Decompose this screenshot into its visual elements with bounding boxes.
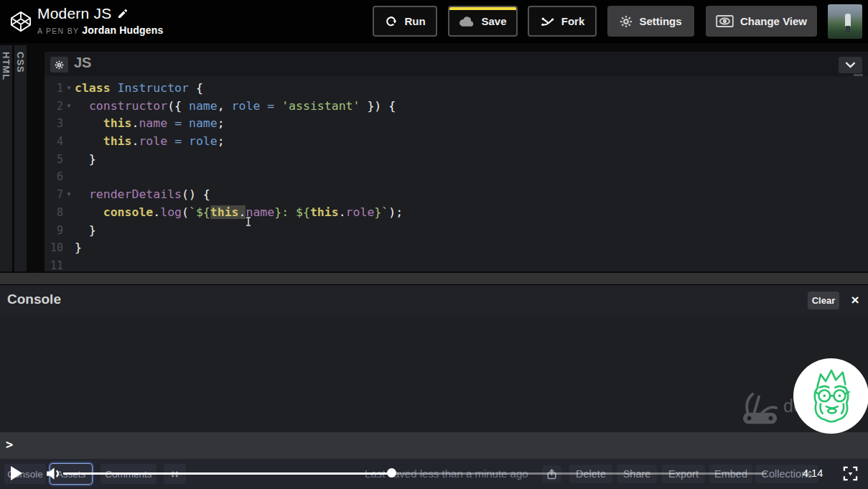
html-tab-label: HTML [1,52,11,80]
code-line[interactable]: 1▼class Instructor { [45,80,868,98]
code-text: console.log(`${this.name}: ${this.role}`… [75,204,403,222]
seek-scrubber-handle[interactable] [387,468,396,478]
line-number: 9 [45,222,63,240]
js-code-editor[interactable]: 1▼class Instructor {2▼ constructor({ nam… [45,76,868,271]
fold-spacer [63,151,75,169]
fold-spacer [63,257,75,271]
seek-progress-fill [63,472,391,475]
tab-css-collapsed[interactable]: CSS [14,45,27,271]
console-command-row[interactable]: > [0,432,868,459]
mouse-text-cursor [248,217,249,226]
console-clear-button[interactable]: Clear [808,292,839,309]
console-log-area: de [0,317,868,432]
avatar-person-figure [845,14,851,27]
code-line[interactable]: 3 this.name = name; [45,115,868,133]
code-text: this.name = name; [75,115,225,133]
fold-spacer [63,204,75,222]
code-line[interactable]: 2▼ constructor({ name, role = 'assistant… [45,98,868,116]
js-settings-button[interactable] [50,57,68,73]
eye-view-icon [716,15,734,27]
run-button[interactable]: Run [373,6,437,37]
save-cloud-icon [459,16,475,27]
close-icon: × [851,292,859,308]
js-collapse-button[interactable] [839,57,862,73]
codepen-app: Modern JS A PEN BYJordan Hudgens Run Sav… [0,0,868,489]
code-line[interactable]: 8 console.log(`${this.name}: ${this.role… [45,204,868,222]
fold-spacer [63,222,75,240]
gear-icon [620,15,633,28]
unsaved-accent-bar [449,7,516,10]
chevron-down-icon [845,62,856,68]
js-gear-icon [55,60,64,70]
code-line[interactable]: 7▼ renderDetails() { [45,186,868,204]
change-view-label: Change View [740,15,807,27]
line-number: 5 [45,151,63,169]
js-panel-header: JS [45,52,868,76]
line-number: 2 [45,98,63,116]
volume-icon[interactable] [45,465,62,483]
line-number: 3 [45,115,63,133]
cartoon-face-icon [800,365,863,428]
fork-icon [540,15,555,27]
code-text: } [75,239,82,257]
code-text: renderDetails() { [75,186,210,204]
settings-label: Settings [639,15,681,27]
line-number: 6 [45,168,63,186]
play-button[interactable] [11,466,22,480]
pen-title: Modern JS [37,5,111,22]
code-text: class Instructor { [75,80,203,98]
code-text: constructor({ name, role = 'assistant' }… [75,98,396,116]
line-number: 1 [45,80,63,98]
codepen-logo-icon[interactable] [10,11,32,32]
presenter-avatar-bubble[interactable] [793,358,868,434]
line-number: 10 [45,239,63,257]
code-line[interactable]: 10} [45,239,868,257]
author-link[interactable]: Jordan Hudgens [82,24,163,36]
fork-button[interactable]: Fork [528,6,597,37]
tab-html-collapsed[interactable]: HTML [0,45,12,271]
fold-arrow-icon[interactable]: ▼ [63,186,75,204]
code-line[interactable]: 5 } [45,151,868,169]
line-number: 7 [45,186,63,204]
css-tab-label: CSS [15,52,26,73]
fold-arrow-icon[interactable]: ▼ [63,80,75,98]
line-number: 11 [45,257,63,271]
playback-time: 4:14 [803,467,823,479]
code-line[interactable]: 11 [45,257,868,271]
settings-button[interactable]: Settings [607,6,694,37]
fold-spacer [63,133,75,151]
code-lines: 1▼class Instructor {2▼ constructor({ nam… [45,80,868,271]
js-panel-title: JS [74,55,91,71]
code-line[interactable]: 9 } [45,222,868,240]
pen-title-block: Modern JS A PEN BYJordan Hudgens [37,5,164,36]
byline-prefix: A PEN BY [37,27,79,35]
fullscreen-icon[interactable] [843,466,858,481]
save-button[interactable]: Save [448,6,518,37]
fold-arrow-icon[interactable]: ▼ [63,98,75,116]
console-title: Console [7,292,61,307]
line-number: 4 [45,133,63,151]
header: Modern JS A PEN BYJordan Hudgens Run Sav… [0,0,868,43]
change-view-button[interactable]: Change View [706,6,817,37]
devtools-knife-icon [738,388,783,427]
line-number: 8 [45,204,63,222]
code-line[interactable]: 6 [45,168,868,186]
fork-label: Fork [561,15,585,27]
panel-resize-handle[interactable] [0,271,868,285]
code-line[interactable]: 4 this.role = role; [45,133,868,151]
code-text: } [75,222,96,240]
profile-avatar[interactable] [828,4,862,39]
run-refresh-icon [384,14,398,28]
console-close-button[interactable]: × [847,291,863,309]
console-prompt: > [6,437,13,452]
code-text: this.role = role; [75,133,225,151]
fold-spacer [63,115,75,133]
edit-pencil-icon[interactable] [117,8,129,19]
console-header: Console Clear × [0,285,868,317]
fold-spacer [63,239,75,257]
fold-spacer [63,168,75,186]
byline: A PEN BYJordan Hudgens [37,24,164,36]
run-label: Run [404,15,425,27]
save-label: Save [481,15,506,27]
code-text: } [75,151,96,169]
